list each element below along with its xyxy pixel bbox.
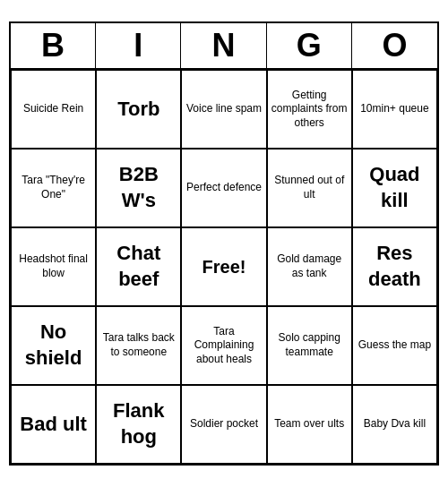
bingo-cell-10[interactable]: Headshot final blow xyxy=(11,227,96,306)
bingo-cell-6[interactable]: B2B W's xyxy=(96,149,181,227)
bingo-cell-3[interactable]: Getting complaints from others xyxy=(267,70,352,149)
bingo-cell-17[interactable]: Tara Complaining about heals xyxy=(181,306,266,385)
bingo-cell-12[interactable]: Free! xyxy=(181,227,266,306)
bingo-grid: Suicide ReinTorbVoice line spamGetting c… xyxy=(11,70,437,464)
bingo-header: BINGO xyxy=(11,23,437,70)
header-letter-i: I xyxy=(96,23,181,68)
bingo-cell-20[interactable]: Bad ult xyxy=(11,385,96,464)
bingo-cell-16[interactable]: Tara talks back to someone xyxy=(96,306,181,385)
bingo-cell-9[interactable]: Quad kill xyxy=(352,149,437,227)
bingo-cell-14[interactable]: Res death xyxy=(352,227,437,306)
bingo-cell-11[interactable]: Chat beef xyxy=(96,227,181,306)
bingo-cell-5[interactable]: Tara "They're One" xyxy=(11,149,96,227)
bingo-cell-15[interactable]: No shield xyxy=(11,306,96,385)
bingo-cell-2[interactable]: Voice line spam xyxy=(181,70,266,149)
bingo-cell-4[interactable]: 10min+ queue xyxy=(352,70,437,149)
bingo-cell-18[interactable]: Solo capping teammate xyxy=(267,306,352,385)
bingo-cell-19[interactable]: Guess the map xyxy=(352,306,437,385)
bingo-cell-23[interactable]: Team over ults xyxy=(267,385,352,464)
bingo-cell-21[interactable]: Flank hog xyxy=(96,385,181,464)
bingo-cell-7[interactable]: Perfect defence xyxy=(181,149,266,227)
bingo-cell-8[interactable]: Stunned out of ult xyxy=(267,149,352,227)
bingo-cell-13[interactable]: Gold damage as tank xyxy=(267,227,352,306)
bingo-cell-0[interactable]: Suicide Rein xyxy=(11,70,96,149)
header-letter-n: N xyxy=(181,23,266,68)
bingo-cell-22[interactable]: Soldier pocket xyxy=(181,385,266,464)
header-letter-b: B xyxy=(11,23,96,68)
bingo-cell-24[interactable]: Baby Dva kill xyxy=(352,385,437,464)
bingo-cell-1[interactable]: Torb xyxy=(96,70,181,149)
header-letter-o: O xyxy=(352,23,437,68)
header-letter-g: G xyxy=(267,23,352,68)
bingo-card: BINGO Suicide ReinTorbVoice line spamGet… xyxy=(9,21,439,466)
